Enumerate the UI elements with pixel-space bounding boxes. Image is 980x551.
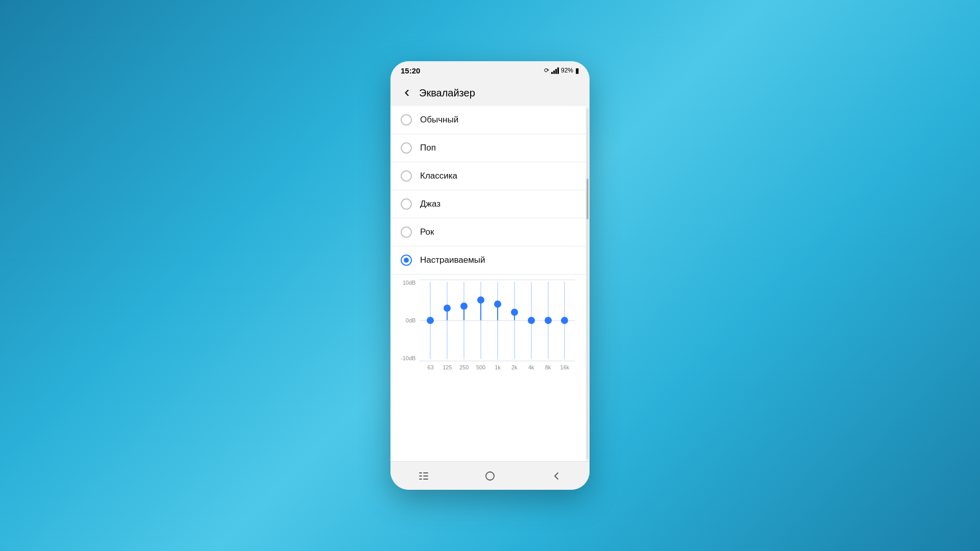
radio-item-pop[interactable]: Поп xyxy=(390,134,585,162)
eq-freq-label-2k: 2k xyxy=(507,364,522,370)
eq-freq-label-1k: 1k xyxy=(491,364,505,370)
sync-icon: ⟳ xyxy=(544,67,549,74)
eq-chart: 10dB 0dB -10dB xyxy=(401,280,575,382)
eq-freq-label-250: 250 xyxy=(457,364,471,370)
signal-icon xyxy=(551,67,559,74)
app-header: Эквалайзер xyxy=(390,80,590,106)
radio-label-normal: Обычный xyxy=(420,115,458,125)
status-icons: ⟳ 92% ▮ xyxy=(544,66,579,74)
eq-freq-label-63: 63 xyxy=(423,364,437,370)
eq-knob-4k[interactable] xyxy=(528,317,535,324)
eq-slider-2k[interactable] xyxy=(507,280,522,361)
svg-point-6 xyxy=(486,472,494,480)
eq-bg-track-125 xyxy=(447,282,448,359)
eq-slider-16k[interactable] xyxy=(557,280,572,361)
recent-apps-button[interactable] xyxy=(412,465,435,487)
eq-slider-63[interactable] xyxy=(423,280,437,361)
eq-label-bot: -10dB xyxy=(401,355,415,361)
scroll-thumb xyxy=(586,179,589,219)
back-button[interactable] xyxy=(399,85,415,101)
content-wrapper: ОбычныйПопКлассикаДжазРокНастраиваемый 1… xyxy=(390,106,590,461)
radio-circle-normal xyxy=(401,114,412,126)
radio-circle-classic xyxy=(401,170,412,182)
eq-bg-track-1k xyxy=(497,282,498,359)
eq-freq-label-8k: 8k xyxy=(541,364,555,370)
eq-slider-4k[interactable] xyxy=(524,280,538,361)
status-bar: 15:20 ⟳ 92% ▮ xyxy=(390,61,590,80)
status-time: 15:20 xyxy=(401,66,420,75)
eq-bg-track-500 xyxy=(480,282,481,359)
radio-circle-rock xyxy=(401,227,412,238)
eq-knob-250[interactable] xyxy=(460,303,468,310)
radio-circle-jazz xyxy=(401,198,412,210)
eq-knob-16k[interactable] xyxy=(561,317,568,324)
eq-slider-500[interactable] xyxy=(474,280,488,361)
eq-labels-x: 631252505001k2k4k8k16k xyxy=(420,361,575,370)
eq-knob-63[interactable] xyxy=(427,317,434,324)
content-area: ОбычныйПопКлассикаДжазРокНастраиваемый 1… xyxy=(390,106,585,461)
phone-container: 15:20 ⟳ 92% ▮ Эквалайзер ОбычныйПопКла xyxy=(390,61,590,490)
eq-slider-8k[interactable] xyxy=(541,280,555,361)
eq-knob-125[interactable] xyxy=(444,305,451,312)
home-button[interactable] xyxy=(479,465,501,487)
eq-label-top: 10dB xyxy=(401,280,415,286)
eq-knob-8k[interactable] xyxy=(545,317,552,324)
eq-slider-250[interactable] xyxy=(457,280,471,361)
radio-label-pop: Поп xyxy=(420,143,436,153)
eq-knob-2k[interactable] xyxy=(511,309,518,316)
page-title: Эквалайзер xyxy=(419,87,475,99)
eq-slider-125[interactable] xyxy=(440,280,454,361)
back-nav-button[interactable] xyxy=(545,465,568,487)
battery-full-icon: ▮ xyxy=(575,66,579,74)
radio-item-normal[interactable]: Обычный xyxy=(390,106,585,134)
eq-knob-500[interactable] xyxy=(477,296,484,304)
radio-label-rock: Рок xyxy=(420,227,434,237)
eq-freq-label-500: 500 xyxy=(474,364,488,370)
eq-bg-track-250 xyxy=(463,282,464,359)
eq-knob-1k[interactable] xyxy=(494,300,501,308)
radio-circle-custom xyxy=(401,255,412,266)
eq-chart-container: 10dB 0dB -10dB xyxy=(390,274,585,392)
battery-icon: 92% xyxy=(561,67,573,74)
eq-label-mid: 0dB xyxy=(401,317,415,323)
eq-freq-label-16k: 16k xyxy=(557,364,572,370)
radio-list: ОбычныйПопКлассикаДжазРокНастраиваемый xyxy=(390,106,585,274)
radio-circle-pop xyxy=(401,142,412,154)
bottom-nav xyxy=(390,461,590,490)
eq-bars-area xyxy=(420,280,575,361)
radio-item-classic[interactable]: Классика xyxy=(390,162,585,190)
eq-freq-label-125: 125 xyxy=(440,364,454,370)
eq-bg-track-2k xyxy=(514,282,515,359)
scroll-indicator xyxy=(586,108,589,459)
radio-label-jazz: Джаз xyxy=(420,199,440,209)
eq-labels-y: 10dB 0dB -10dB xyxy=(401,280,415,361)
eq-freq-label-4k: 4k xyxy=(524,364,538,370)
radio-label-custom: Настраиваемый xyxy=(420,255,485,265)
radio-item-rock[interactable]: Рок xyxy=(390,218,585,246)
eq-slider-1k[interactable] xyxy=(491,280,505,361)
eq-sliders xyxy=(420,280,575,361)
radio-item-custom[interactable]: Настраиваемый xyxy=(390,246,585,274)
radio-item-jazz[interactable]: Джаз xyxy=(390,190,585,218)
radio-label-classic: Классика xyxy=(420,171,457,181)
